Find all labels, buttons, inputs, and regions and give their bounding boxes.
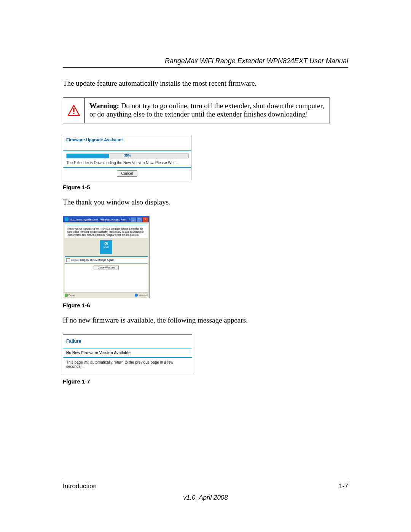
svg-rect-1 [73,108,74,112]
figure-1-7-screenshot: Failure No New Firmware Version Availabl… [63,334,192,374]
do-not-display-label: Do Not Display This Message Again [71,259,114,261]
fig5-title: Firmware Upgrade Assistant [63,135,191,151]
do-not-display-checkbox[interactable] [66,258,70,262]
body-paragraph-1: The update feature automatically install… [63,78,348,88]
window-titlebar: http://www.mywifiext.net - Wireless Acce… [63,216,149,222]
page-footer: Introduction 1-7 v1.0, April 2008 [63,480,348,502]
warning-icon [63,98,85,123]
footer-page-number: 1-7 [339,482,348,490]
running-header: RangeMax WiFi Range Extender WPN824EXT U… [63,57,348,68]
status-done: Done [68,294,75,297]
figure-1-7-caption: Figure 1-7 [63,378,348,385]
fig7-title: Failure [63,335,192,348]
warning-body: Do not try to go online, turn off the ex… [89,102,324,118]
cancel-button[interactable]: Cancel [117,170,137,177]
maximize-button[interactable]: □ [137,217,142,222]
figure-1-5-caption: Figure 1-5 [63,184,348,190]
warning-text: Warning: Do not try to go online, turn o… [85,98,330,123]
progress-bar: 35% [66,153,189,158]
fig7-subtitle: No New Firmware Version Available [63,348,192,358]
figure-1-5-screenshot: Firmware Upgrade Assistant 35% The Exten… [63,135,191,180]
figure-1-6-screenshot: http://www.mywifiext.net - Wireless Acce… [63,216,150,298]
status-internet: Internet [139,294,148,297]
status-bar: Done Internet [63,292,149,298]
footer-version: v1.0, April 2008 [63,494,348,502]
figure-1-6-caption: Figure 1-6 [63,302,348,308]
done-icon [65,294,68,297]
window-title: http://www.mywifiext.net - Wireless Acce… [70,218,131,221]
logo-main: G [104,241,108,246]
fig5-message: The Extender is Downloading the New Vers… [63,160,191,168]
footer-section: Introduction [63,482,97,490]
logo-sub2: • [100,248,112,251]
body-paragraph-3: If no new firmware is available, the fol… [63,315,348,325]
close-window-button[interactable]: Close Window [94,265,119,270]
thank-you-text: Thank you for purchasing WPN824EXT Wirel… [65,225,148,238]
warning-box: Warning: Do not try to go online, turn o… [63,97,330,123]
progress-percent: 35% [67,153,188,157]
ie-icon [65,217,68,221]
minimize-button[interactable]: _ [131,217,136,222]
svg-rect-2 [73,113,74,114]
internet-icon [135,294,138,297]
body-paragraph-2: The thank you window also displays. [63,197,348,207]
fig7-message: This page will automatically return to t… [63,358,192,374]
close-button[interactable]: X [143,217,148,222]
mimo-logo: G MIMO • [100,240,112,254]
warning-label: Warning: [89,102,119,110]
